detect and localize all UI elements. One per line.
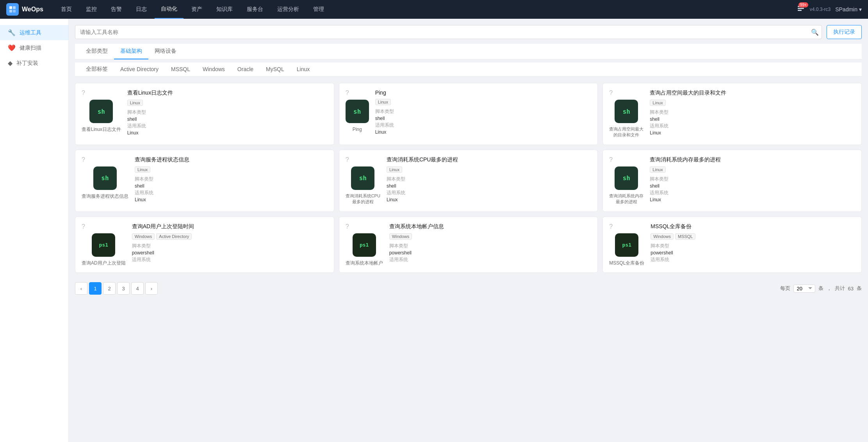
- card-info-7: 查询系统本地帐户信息 Windows 脚本类型 powershell 适用系统: [389, 223, 592, 267]
- user-menu[interactable]: SPadmin ▾: [835, 6, 862, 13]
- nav-automation[interactable]: 自动化: [155, 0, 184, 19]
- card-tags-2: Linux: [650, 100, 855, 106]
- nav-ops-analysis[interactable]: 运营分析: [271, 0, 305, 19]
- card-icon-4: sh: [351, 166, 374, 190]
- card-help-6[interactable]: ?: [82, 223, 85, 230]
- nav-monitor[interactable]: 监控: [80, 0, 103, 19]
- svg-rect-5: [798, 8, 804, 9]
- nav-knowledge[interactable]: 知识库: [210, 0, 239, 19]
- svg-rect-2: [9, 10, 12, 13]
- cards-grid: ? sh 查看Linux日志文件 查看Linux日志文件 Linux 脚本类型 …: [75, 83, 862, 273]
- exec-record-button[interactable]: 执行记录: [827, 25, 862, 39]
- svg-rect-1: [13, 6, 16, 9]
- sidebar-item-health-scan[interactable]: ❤️ 健康扫描: [0, 40, 68, 55]
- card-info-8: MSSQL全库备份 Windows MSSQL 脚本类型 powershell …: [651, 223, 855, 267]
- card-icon-5: sh: [615, 166, 638, 190]
- tag-all[interactable]: 全部标签: [80, 63, 114, 77]
- card-icon-wrap-4: ? sh 查询消耗系统CPU最多的进程: [346, 156, 380, 205]
- card-tags-0: Linux: [127, 100, 328, 106]
- search-input-wrap: 🔍: [75, 25, 822, 39]
- nav-items: 首页 监控 告警 日志 自动化 资产 知识库 服务台 运营分析 管理: [55, 0, 797, 19]
- page-prev-button[interactable]: ‹: [75, 282, 87, 295]
- card-icon-wrap-7: ? ps1 查询系统本地帐户: [346, 223, 383, 267]
- tab-network[interactable]: 网络设备: [148, 44, 183, 59]
- card-tag-windows-6: Windows: [132, 233, 155, 240]
- tag-tabs: 全部标签 Active Directory MSSQL Windows Orac…: [75, 63, 862, 77]
- tool-card-0[interactable]: ? sh 查看Linux日志文件 查看Linux日志文件 Linux 脚本类型 …: [75, 83, 334, 145]
- tool-card-6[interactable]: ? ps1 查询AD用户上次登陆 查询AD用户上次登陆时间 Windows Ac…: [75, 217, 334, 273]
- type-tabs: 全部类型 基础架构 网络设备: [75, 44, 862, 59]
- card-meta-2: 脚本类型 shell 适用系统 Linux: [650, 109, 855, 136]
- tab-infra[interactable]: 基础架构: [114, 44, 148, 59]
- card-help-5[interactable]: ?: [609, 156, 613, 163]
- health-scan-icon: ❤️: [8, 44, 16, 52]
- card-tags-6: Windows Active Directory: [132, 233, 328, 240]
- card-info-3: 查询服务进程状态信息 Linux 脚本类型 shell 适用系统 Linux: [135, 156, 328, 205]
- tool-card-3[interactable]: ? sh 查询服务进程状态信息 查询服务进程状态信息 Linux 脚本类型 sh…: [75, 150, 334, 212]
- main-content: 🔍 执行记录 全部类型 基础架构 网络设备 全部标签 Active Direct…: [69, 19, 868, 442]
- card-tags-4: Linux: [387, 166, 591, 173]
- notification-icon[interactable]: 99+: [797, 5, 805, 14]
- nav-home[interactable]: 首页: [55, 0, 78, 19]
- card-meta-0: 脚本类型 shell 适用系统 Linux: [127, 109, 328, 136]
- page-next-button[interactable]: ›: [145, 282, 158, 295]
- sidebar: 🔧 运维工具 ❤️ 健康扫描 ◆ 补丁安装: [0, 19, 69, 442]
- card-help-2[interactable]: ?: [609, 89, 613, 97]
- card-help-0[interactable]: ?: [82, 89, 85, 97]
- card-help-1[interactable]: ?: [346, 89, 349, 97]
- nav-log[interactable]: 日志: [130, 0, 153, 19]
- card-help-3[interactable]: ?: [82, 156, 85, 163]
- nav-assets[interactable]: 资产: [185, 0, 209, 19]
- page-nav: ‹ 1 2 3 4 ›: [75, 282, 158, 295]
- tag-active-directory[interactable]: Active Directory: [114, 63, 165, 76]
- sidebar-item-ops-tools[interactable]: 🔧 运维工具: [0, 25, 68, 40]
- card-tags-1: Linux: [375, 99, 592, 105]
- card-tag-windows-8: Windows: [651, 233, 674, 240]
- tag-oracle[interactable]: Oracle: [231, 63, 260, 76]
- nav-service[interactable]: 服务台: [241, 0, 269, 19]
- card-meta-1: 脚本类型 shell 适用系统 Linux: [375, 108, 592, 135]
- card-icon-2: sh: [615, 100, 638, 123]
- tool-card-8[interactable]: ? ps1 MSSQL全库备份 MSSQL全库备份 Windows MSSQL …: [602, 217, 862, 273]
- card-meta-3: 脚本类型 shell 适用系统 Linux: [135, 176, 328, 202]
- svg-rect-3: [13, 10, 16, 13]
- card-help-7[interactable]: ?: [346, 223, 349, 230]
- card-tag-ad-6: Active Directory: [156, 233, 192, 240]
- tab-all-types[interactable]: 全部类型: [80, 44, 114, 59]
- tag-mysql[interactable]: MySQL: [260, 63, 291, 76]
- card-icon-3: sh: [93, 166, 117, 190]
- card-icon-wrap-8: ? ps1 MSSQL全库备份: [609, 223, 644, 267]
- tool-card-2[interactable]: ? sh 查询占用空间最大的目录和文件 查询占用空间最大的目录和文件 Linux…: [602, 83, 862, 145]
- card-meta-5: 脚本类型 shell 适用系统 Linux: [650, 176, 855, 202]
- tag-mssql[interactable]: MSSQL: [165, 63, 196, 76]
- card-help-4[interactable]: ?: [346, 156, 349, 163]
- card-tag-linux-2: Linux: [650, 100, 665, 106]
- page-1-button[interactable]: 1: [89, 282, 102, 295]
- page-3-button[interactable]: 3: [117, 282, 130, 295]
- nav-alert[interactable]: 告警: [105, 0, 128, 19]
- card-icon-wrap-6: ? ps1 查询AD用户上次登陆: [82, 223, 126, 267]
- page-size-select[interactable]: 20 50 100: [793, 285, 815, 293]
- tool-card-1[interactable]: ? sh Ping Ping Linux 脚本类型 shell 适用系统: [339, 83, 598, 145]
- page-info: 每页 20 50 100 条 ， 共计 63 条: [780, 285, 862, 293]
- page-2-button[interactable]: 2: [103, 282, 116, 295]
- nav-right: 99+ v4.0.3-rc3 SPadmin ▾: [797, 5, 862, 14]
- tag-linux[interactable]: Linux: [291, 63, 316, 76]
- tool-card-7[interactable]: ? ps1 查询系统本地帐户 查询系统本地帐户信息 Windows 脚本类型 p…: [339, 217, 598, 273]
- tool-card-4[interactable]: ? sh 查询消耗系统CPU最多的进程 查询消耗系统CPU最多的进程 Linux…: [339, 150, 598, 212]
- page-4-button[interactable]: 4: [131, 282, 144, 295]
- card-help-8[interactable]: ?: [609, 223, 613, 230]
- card-tag-linux: Linux: [127, 100, 143, 106]
- card-tag-linux-4: Linux: [387, 166, 402, 173]
- card-tags-5: Linux: [650, 166, 855, 173]
- tool-card-5[interactable]: ? sh 查询消耗系统内存最多的进程 查询消耗系统内存最多的进程 Linux 脚…: [602, 150, 862, 212]
- nav-management[interactable]: 管理: [307, 0, 330, 19]
- search-button[interactable]: 🔍: [811, 29, 819, 36]
- svg-rect-0: [9, 6, 12, 9]
- card-icon-1: sh: [346, 100, 369, 123]
- sidebar-item-patch-install[interactable]: ◆ 补丁安装: [0, 55, 68, 71]
- search-input[interactable]: [75, 25, 822, 39]
- card-tag-linux-1: Linux: [375, 99, 391, 105]
- tag-windows[interactable]: Windows: [196, 63, 231, 76]
- card-meta-6: 脚本类型 powershell 适用系统: [132, 243, 328, 263]
